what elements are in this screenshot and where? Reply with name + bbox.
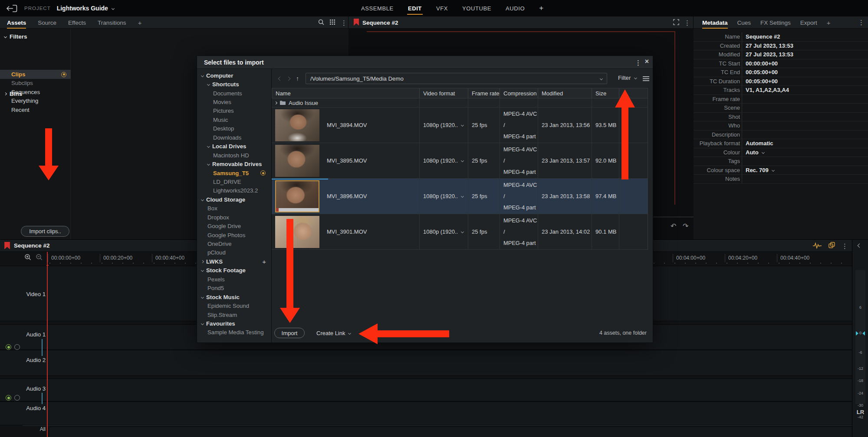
sequence-menu-icon[interactable]: ⋮: [684, 20, 690, 26]
dialog-menu-icon[interactable]: ⋮: [635, 59, 641, 66]
chevron-down-icon[interactable]: [600, 77, 603, 80]
search-icon[interactable]: [318, 19, 324, 26]
tree-item-cloud-storage[interactable]: Cloud Storage: [197, 195, 271, 204]
import-button[interactable]: Import: [274, 328, 305, 338]
file-table-header[interactable]: NameVideo formatFrame rateCompressionMod…: [272, 88, 648, 98]
file-row-mvi-3901-mov[interactable]: MVI_3901.MOV1080p (1920..25 fpsH.264 / A…: [272, 214, 648, 250]
tab-fx-settings[interactable]: FX Settings: [760, 16, 791, 29]
tree-item-google-photos[interactable]: Google Photos: [197, 231, 271, 239]
tree-item-onedrive[interactable]: OneDrive: [197, 239, 271, 248]
video-format-cell[interactable]: 1080p (1920..: [419, 108, 468, 143]
tab-cues[interactable]: Cues: [737, 16, 751, 29]
metadata-value[interactable]: 27 Jul 2023, 13:53: [742, 51, 793, 58]
chevron-right-icon[interactable]: [274, 101, 277, 104]
tree-item-box[interactable]: Box: [197, 204, 271, 213]
metadata-value[interactable]: 00:05:00+00: [742, 69, 778, 75]
audio-34-solo-radio[interactable]: [14, 395, 20, 401]
folder-row[interactable]: Audio Issue: [272, 98, 648, 108]
column-header-compression[interactable]: Compression: [500, 88, 538, 98]
meter-marker-right-icon[interactable]: [862, 331, 865, 336]
all-tracks-lane[interactable]: [49, 427, 852, 437]
tree-item-removable-drives[interactable]: Removable Drives: [197, 160, 271, 168]
audio-waveform-icon[interactable]: [812, 242, 822, 250]
add-metadata-tab-button[interactable]: +: [827, 16, 831, 29]
tree-item-dropbox[interactable]: Dropbox: [197, 213, 271, 222]
sequence-panel-tab[interactable]: Sequence #2 ⋮: [349, 16, 694, 29]
add-panel-tab-button[interactable]: +: [138, 16, 142, 29]
tab-audio[interactable]: AUDIO: [506, 0, 525, 16]
tree-item-macintosh-hd[interactable]: Macintosh HD: [197, 151, 271, 160]
project-name[interactable]: Lightworks Guide: [57, 5, 108, 12]
column-header-modified[interactable]: Modified: [538, 88, 592, 98]
fullscreen-icon[interactable]: [673, 19, 679, 26]
audio-2-lane[interactable]: [0, 350, 852, 376]
chevron-down-icon[interactable]: [461, 124, 464, 127]
tree-item-stock-footage[interactable]: Stock Footage: [197, 266, 271, 275]
metadata-value[interactable]: Rec. 709: [742, 167, 774, 173]
tree-item-pcloud[interactable]: pCloud: [197, 248, 271, 257]
tab-vfx[interactable]: VFX: [436, 0, 448, 16]
chevron-down-icon[interactable]: [461, 195, 464, 198]
metadata-menu-icon[interactable]: ⋮: [858, 19, 865, 26]
nav-forward-icon[interactable]: [286, 76, 291, 81]
metadata-value[interactable]: Automatic: [742, 140, 773, 147]
chevron-down-icon[interactable]: [772, 169, 775, 172]
timeline-menu-icon[interactable]: ⋮: [842, 243, 848, 249]
tab-transitions[interactable]: Transitions: [98, 16, 126, 29]
tree-item-desktop[interactable]: Desktop: [197, 124, 271, 133]
column-header-name[interactable]: Name: [272, 88, 419, 98]
tree-item-pond5[interactable]: Pond5: [197, 284, 271, 293]
tab-youtube[interactable]: YOUTUBE: [462, 0, 491, 16]
folder-name-cell[interactable]: Audio Issue: [272, 98, 419, 107]
metadata-value[interactable]: 27 Jul 2023, 13:53: [742, 42, 793, 49]
tree-item-google-drive[interactable]: Google Drive: [197, 222, 271, 230]
track-label-audio-1[interactable]: Audio 1: [0, 331, 46, 338]
metadata-value[interactable]: 00:05:00+00: [742, 78, 778, 85]
tab-export[interactable]: Export: [800, 16, 817, 29]
tab-metadata[interactable]: Metadata: [702, 16, 728, 29]
filter-dropdown[interactable]: Filter: [618, 75, 637, 81]
tree-item-computer[interactable]: Computer: [197, 71, 271, 80]
tree-item-shortcuts[interactable]: Shortcuts: [197, 80, 271, 88]
undo-icon[interactable]: ↶: [671, 222, 676, 230]
file-name-cell[interactable]: MVI_3895.MOV: [272, 143, 419, 178]
import-clips-button[interactable]: Import clips..: [21, 226, 69, 237]
tree-item-documents[interactable]: Documents: [197, 89, 271, 98]
meter-marker-left-icon[interactable]: [856, 331, 858, 336]
tree-item-sample-media-testing[interactable]: Sample Media Testing: [197, 328, 271, 337]
tree-item-lwks[interactable]: LWKS+: [197, 257, 271, 266]
tree-item-pictures[interactable]: Pictures: [197, 107, 271, 115]
tree-item-samsung-t5[interactable]: Samsung_T5: [197, 169, 271, 177]
video-format-cell[interactable]: 1080p (1920..: [419, 179, 468, 214]
column-header-video-format[interactable]: Video format: [419, 88, 468, 98]
playhead-line[interactable]: [47, 252, 48, 437]
bins-header[interactable]: Bins: [0, 89, 22, 98]
column-header-size[interactable]: Size: [592, 88, 619, 98]
metadata-value[interactable]: Auto: [742, 149, 764, 156]
metadata-value[interactable]: Sequence #2: [742, 33, 780, 40]
sidebar-item-subclips[interactable]: Subclips: [0, 78, 71, 88]
tab-edit[interactable]: EDIT: [408, 0, 422, 16]
metadata-value[interactable]: 00:00:00+00: [742, 60, 778, 67]
tree-item-movies[interactable]: Movies: [197, 98, 271, 106]
tab-source[interactable]: Source: [38, 16, 56, 29]
tab-assets[interactable]: Assets: [7, 16, 26, 29]
chevron-down-icon[interactable]: [762, 151, 765, 154]
track-label-audio-3[interactable]: Audio 3: [0, 385, 46, 392]
redo-icon[interactable]: ↷: [683, 222, 688, 230]
list-view-icon[interactable]: [643, 76, 649, 82]
zoom-in-icon[interactable]: [24, 254, 32, 262]
chevron-down-icon[interactable]: [461, 230, 464, 233]
tree-item-slip-stream[interactable]: Slip.Stream: [197, 310, 271, 319]
tree-item-music[interactable]: Music: [197, 115, 271, 124]
tile-view-icon[interactable]: [330, 20, 335, 26]
tab-assemble[interactable]: ASSEMBLE: [361, 0, 394, 16]
video-format-cell[interactable]: 1080p (1920..: [419, 143, 468, 178]
file-row-mvi-3895-mov[interactable]: MVI_3895.MOV1080p (1920..25 fpsH.264 / A…: [272, 143, 648, 179]
nav-up-icon[interactable]: ↑: [296, 75, 299, 82]
clone-tracks-icon[interactable]: [829, 242, 835, 250]
collapse-panel-icon[interactable]: [858, 244, 862, 248]
tree-item-pexels[interactable]: Pexels: [197, 275, 271, 284]
file-row-mvi-3894-mov[interactable]: MVI_3894.MOV1080p (1920..25 fpsH.264 / A…: [272, 108, 648, 143]
track-label-audio-4[interactable]: Audio 4: [0, 405, 46, 411]
